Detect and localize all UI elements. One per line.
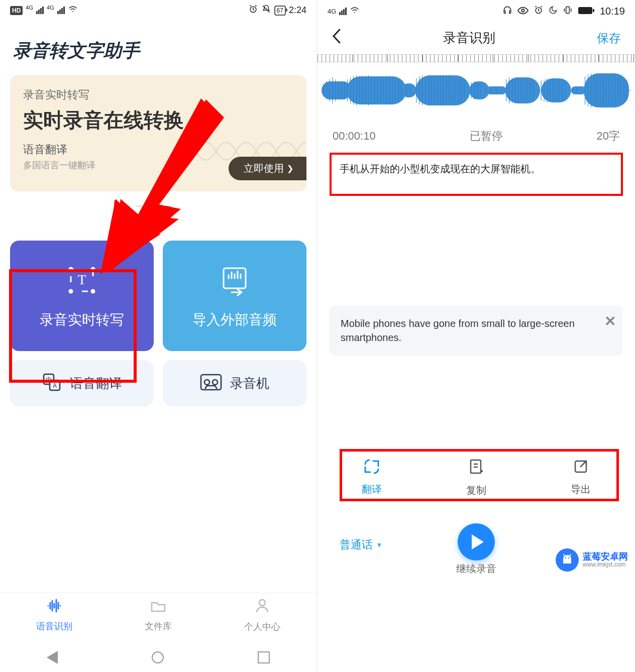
recording-state: 已暂停 bbox=[470, 129, 503, 144]
svg-text:T: T bbox=[77, 272, 86, 287]
svg-point-20 bbox=[521, 9, 524, 12]
svg-point-14 bbox=[213, 380, 218, 385]
android-nav-bar bbox=[0, 643, 316, 672]
pager-dots: — — bbox=[0, 201, 316, 210]
moon-icon bbox=[549, 6, 558, 17]
folder-icon bbox=[150, 599, 166, 616]
page-title: 录音识别 bbox=[443, 29, 495, 47]
timeline-ruler[interactable] bbox=[318, 54, 635, 62]
wifi-icon bbox=[350, 6, 360, 17]
card-subtitle-1: 录音实时转写 bbox=[23, 87, 293, 102]
action-export[interactable]: 导出 bbox=[571, 459, 591, 496]
nav-voice-recognition[interactable]: 语音识别 bbox=[36, 599, 72, 632]
wifi-icon bbox=[68, 5, 78, 16]
svg-point-41 bbox=[568, 557, 569, 558]
text-frame-icon: T bbox=[64, 262, 100, 300]
save-button[interactable]: 保存 bbox=[597, 30, 621, 46]
bottom-nav: 语音识别 文件库 个人中心 bbox=[0, 593, 316, 638]
vibrate-icon bbox=[563, 5, 573, 18]
continue-record-button[interactable] bbox=[458, 523, 495, 561]
svg-rect-23 bbox=[578, 7, 592, 14]
battery-icon: 67 bbox=[274, 6, 286, 16]
action-label: 翻译 bbox=[362, 483, 382, 496]
nav-label: 文件库 bbox=[145, 620, 172, 632]
clock-time: 2:24 bbox=[289, 5, 306, 16]
continue-record-label: 继续录音 bbox=[456, 562, 496, 576]
android-home-icon[interactable] bbox=[152, 651, 164, 663]
battery-full-icon bbox=[578, 6, 595, 17]
svg-point-40 bbox=[565, 557, 566, 558]
audio-import-icon bbox=[217, 262, 253, 300]
action-translate[interactable]: 翻译 bbox=[362, 459, 382, 496]
promo-card[interactable]: 录音实时转写 实时录音在线转换 语音翻译 多国语言一键翻译 立即使用 ❯ bbox=[10, 75, 306, 191]
app-title: 录音转文字助手 bbox=[0, 19, 316, 75]
status-bar: 4G 10:19 bbox=[318, 0, 635, 20]
signal-bars-icon bbox=[339, 8, 347, 15]
action-label: 导出 bbox=[571, 483, 591, 496]
hd-badge: HD bbox=[10, 6, 23, 15]
signal-4g-label: 4G bbox=[328, 8, 336, 15]
signal-bars-icon bbox=[36, 7, 44, 14]
voice-bars-icon bbox=[46, 599, 62, 616]
clock-time: 10:19 bbox=[600, 6, 625, 17]
svg-text:A: A bbox=[53, 382, 57, 389]
phone-right-screen: 4G 10:19 录音识别 保存 bbox=[318, 0, 635, 672]
mute-icon bbox=[261, 4, 271, 17]
svg-point-2 bbox=[69, 268, 72, 271]
phone-left-screen: HD 4G 4G 67 2:24 录音转文字助手 bbox=[0, 0, 318, 672]
signal-4g-label-2: 4G bbox=[47, 5, 54, 11]
alarm-icon bbox=[534, 5, 544, 18]
recording-time: 00:00:10 bbox=[333, 130, 376, 143]
tile-label: 导入外部音频 bbox=[192, 310, 277, 329]
translation-card: Mobile phones have gone from small to la… bbox=[330, 305, 623, 356]
nav-label: 语音识别 bbox=[36, 620, 72, 632]
tile-label: 语音翻译 bbox=[70, 375, 122, 392]
use-now-button[interactable]: 立即使用 ❯ bbox=[229, 157, 306, 180]
close-translation-button[interactable]: ✕ bbox=[604, 311, 616, 331]
cassette-icon bbox=[200, 374, 222, 393]
play-icon bbox=[472, 534, 484, 549]
svg-point-3 bbox=[91, 268, 94, 271]
watermark-title: 蓝莓安卓网 bbox=[583, 552, 628, 562]
transcript-text[interactable]: 手机从开始的小型机变成现在的大屏智能机。 bbox=[330, 153, 623, 196]
headphones-icon bbox=[502, 5, 512, 18]
nav-label: 个人中心 bbox=[244, 621, 280, 633]
android-back-icon[interactable] bbox=[47, 651, 58, 664]
card-heading: 实时录音在线转换 bbox=[23, 106, 293, 134]
export-icon bbox=[573, 459, 588, 478]
action-label: 复制 bbox=[466, 484, 486, 497]
copy-icon bbox=[469, 459, 484, 479]
language-label: 普通话 bbox=[340, 537, 373, 552]
tile-grid: T 录音实时转写 导入外部音频 bbox=[0, 241, 316, 406]
language-selector[interactable]: 普通话 ▼ bbox=[340, 537, 383, 552]
waveform[interactable] bbox=[318, 66, 635, 115]
tile-import-audio[interactable]: 导入外部音频 bbox=[163, 241, 306, 351]
recording-word-count: 20字 bbox=[597, 129, 620, 144]
chevron-right-icon: ❯ bbox=[287, 164, 293, 173]
translate-icon: 中 A bbox=[42, 372, 62, 394]
eye-icon bbox=[517, 6, 528, 17]
person-icon bbox=[255, 598, 270, 617]
tile-label: 录音实时转写 bbox=[40, 310, 124, 329]
nav-files[interactable]: 文件库 bbox=[145, 599, 172, 632]
svg-point-13 bbox=[204, 380, 209, 385]
status-bar: HD 4G 4G 67 2:24 bbox=[0, 0, 316, 19]
tile-voice-translate[interactable]: 中 A 语音翻译 bbox=[10, 360, 154, 406]
tile-recorder[interactable]: 录音机 bbox=[163, 360, 306, 406]
nav-profile[interactable]: 个人中心 bbox=[244, 598, 280, 633]
svg-point-5 bbox=[91, 290, 94, 293]
translation-text: Mobile phones have gone from small to la… bbox=[341, 318, 575, 343]
tile-realtime-transcribe[interactable]: T 录音实时转写 bbox=[10, 241, 154, 351]
action-copy[interactable]: 复制 bbox=[466, 459, 486, 497]
chevron-down-icon: ▼ bbox=[376, 541, 383, 549]
svg-rect-24 bbox=[593, 9, 594, 12]
svg-point-19 bbox=[259, 600, 265, 606]
android-logo-icon bbox=[556, 548, 579, 572]
site-watermark: 蓝莓安卓网 www.lmkjst.com bbox=[556, 548, 628, 572]
recording-info: 00:00:10 已暂停 20字 bbox=[318, 115, 635, 151]
android-recents-icon[interactable] bbox=[258, 651, 270, 663]
watermark-url: www.lmkjst.com bbox=[583, 562, 628, 568]
signal-4g-label: 4G bbox=[26, 5, 33, 11]
back-button[interactable] bbox=[332, 29, 342, 47]
svg-rect-22 bbox=[566, 7, 570, 13]
